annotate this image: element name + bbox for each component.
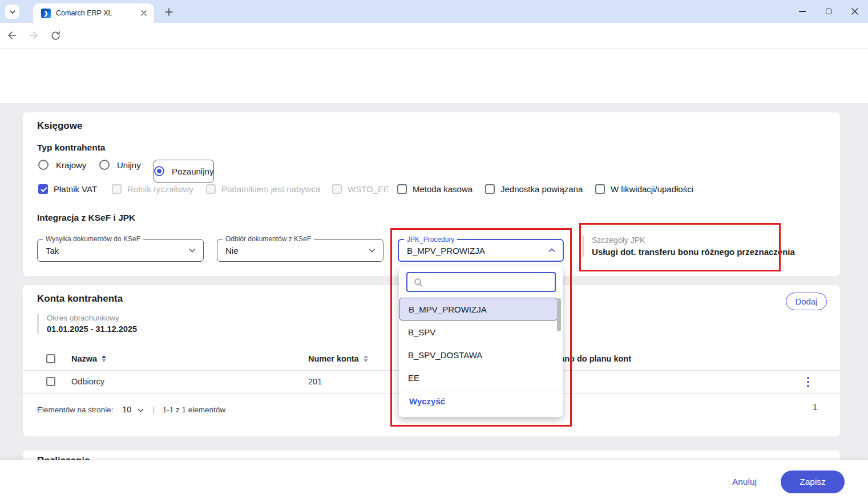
jpk-dropdown-panel: B_MPV_PROWIZJA B_SPV B_SPV_DOSTAWA EE Wy…: [399, 266, 563, 417]
checkbox-icon: [38, 184, 48, 194]
pagination-separator: |: [152, 405, 155, 414]
dodaj-button[interactable]: Dodaj: [786, 293, 827, 310]
field-value: Nie: [225, 246, 239, 255]
checkbox-label: Metoda kasowa: [413, 184, 473, 194]
checkbox-rolnik-ryczaltowy: Rolnik ryczałtowy: [112, 184, 193, 194]
plus-icon: [165, 8, 173, 16]
row-actions-kebab-icon[interactable]: [804, 376, 813, 388]
divider: [399, 391, 563, 391]
per-page-select[interactable]: 10: [123, 405, 132, 414]
new-tab-button[interactable]: [163, 6, 175, 18]
tab-search-button[interactable]: [5, 5, 19, 19]
field-label: JPK_Procedury: [404, 236, 457, 244]
szczegoly-jpk-block: Szczegóły JPK Usługi dot. transferu bonu…: [582, 236, 795, 257]
checkbox-label: Rolnik ryczałtowy: [127, 184, 193, 194]
column-header-numer-konta[interactable]: Numer konta: [308, 354, 368, 363]
screen: ❯ Comarch ERP XL localh: [0, 0, 868, 503]
integracja-title: Integracja z KSeF i JPK: [37, 213, 135, 223]
select-odbior-ksef[interactable]: Odbiór dokumentów z KSeF Nie: [217, 239, 383, 262]
checkbox-icon: [397, 184, 407, 194]
maximize-icon: [826, 9, 831, 14]
zapisz-button[interactable]: Zapisz: [781, 470, 845, 493]
browser-forward-button[interactable]: [24, 26, 43, 45]
browser-reload-button[interactable]: [46, 26, 65, 45]
reload-icon: [50, 30, 61, 41]
checkbox-podatnikiem-jest-nabywca: Podatnikiem jest nabywca: [206, 184, 320, 194]
field-label: Wysyłka dokumentów do KSeF: [43, 235, 143, 243]
pagination-bar: Elementów na stronie: 10 | 1-1 z 1 eleme…: [37, 401, 225, 418]
checkbox-wsto-ee: WSTO_EE: [332, 184, 389, 194]
section-title-ksiegowe: Księgowe: [37, 120, 82, 132]
browser-back-button[interactable]: [2, 26, 22, 45]
browser-toolbar: localhost:8000/customers/list(modal:cust…: [0, 23, 868, 48]
window-maximize-button[interactable]: [815, 0, 842, 23]
field-value: Tak: [46, 246, 59, 255]
column-header-nazwa[interactable]: Nazwa: [71, 354, 106, 363]
anuluj-button[interactable]: Anuluj: [732, 477, 757, 487]
radio-krajowy[interactable]: Krajowy: [38, 160, 86, 170]
radio-circle-icon: [154, 166, 164, 176]
checkbox-label: Jednostka powiązana: [500, 184, 583, 194]
radio-circle-icon: [99, 160, 110, 170]
radio-pozaunijny[interactable]: Pozaunijny: [154, 160, 214, 182]
tab-close-icon[interactable]: [139, 9, 148, 18]
select-wysylka-ksef[interactable]: Wysyłka dokumentów do KSeF Tak: [37, 239, 204, 262]
cell-numer-konta: 201: [308, 377, 322, 386]
szczegoly-jpk-label: Szczegóły JPK: [592, 236, 795, 245]
close-icon: [851, 8, 858, 15]
form-footer: Anuluj Zapisz: [0, 460, 868, 503]
pagination-range: 1-1 z 1 elementów: [163, 405, 225, 414]
site-favicon-icon: ❯: [41, 9, 51, 18]
jpk-option-b-spv[interactable]: B_SPV: [399, 321, 558, 343]
radio-label: Pozaunijny: [172, 167, 213, 176]
checkbox-icon: [485, 184, 495, 194]
checkbox-metoda-kasowa[interactable]: Metoda kasowa: [397, 184, 473, 194]
wyczysc-button[interactable]: Wyczyść: [409, 396, 445, 406]
jpk-search-input[interactable]: [406, 272, 556, 292]
checkbox-icon: [595, 184, 605, 194]
okres-value: 01.01.2025 - 31.12.2025: [47, 324, 137, 334]
back-arrow-icon: [6, 30, 18, 41]
browser-tab[interactable]: ❯ Comarch ERP XL: [33, 3, 154, 23]
radio-label: Unijny: [117, 160, 141, 170]
checkbox-jednostka-powiazana[interactable]: Jednostka powiązana: [485, 184, 583, 194]
checkbox-w-likwidacji-upadlosci[interactable]: W likwidacji/upadłości: [595, 184, 693, 194]
sort-icon[interactable]: [102, 355, 106, 362]
typ-kontrahenta-label: Typ kontrahenta: [37, 143, 105, 153]
chevron-up-icon: [548, 246, 556, 254]
jpk-option-b-spv-dostawa[interactable]: B_SPV_DOSTAWA: [399, 343, 558, 366]
field-value: B_MPV_PROWIZJA: [407, 246, 485, 255]
checkbox-platnik-vat[interactable]: Płatnik VAT: [38, 184, 97, 194]
search-icon: [413, 277, 423, 287]
browser-tab-strip: ❯ Comarch ERP XL: [0, 0, 868, 23]
minimize-icon: [799, 11, 806, 12]
checkbox-icon: [332, 184, 342, 194]
okres-obrachunkowy-block: Okres obrachunkowy 01.01.2025 - 31.12.20…: [37, 314, 137, 334]
szczegoly-jpk-value: Usługi dot. transferu bonu różnego przez…: [592, 247, 795, 257]
row-checkbox[interactable]: [46, 377, 55, 386]
sort-icon[interactable]: [364, 355, 368, 362]
chevron-down-icon: [188, 246, 196, 254]
chevron-down-icon: [368, 246, 376, 254]
select-all-checkbox[interactable]: [46, 354, 55, 363]
cell-nazwa: Odbiorcy: [71, 377, 104, 386]
checkbox-label: Podatnikiem jest nabywca: [221, 184, 320, 194]
chevron-down-icon: [9, 9, 16, 15]
radio-unijny[interactable]: Unijny: [99, 160, 141, 170]
checkbox-label: Płatnik VAT: [54, 184, 97, 194]
tab-title: Comarch ERP XL: [56, 9, 139, 17]
window-close-button[interactable]: [842, 0, 868, 23]
window-minimize-button[interactable]: [789, 0, 815, 23]
page-number[interactable]: 1: [813, 403, 817, 412]
ksiegowe-card: Księgowe Typ kontrahenta Krajowy Unijny …: [23, 112, 840, 276]
select-jpk-procedury[interactable]: JPK_Procedury B_MPV_PROWIZJA: [398, 239, 564, 262]
chevron-down-icon[interactable]: [137, 407, 144, 414]
per-page-label: Elementów na stronie:: [37, 405, 114, 414]
dropdown-scrollbar[interactable]: [557, 298, 561, 331]
section-title-konta: Konta kontrahenta: [37, 293, 123, 305]
jpk-option-ee[interactable]: EE: [399, 366, 558, 389]
radio-circle-icon: [38, 160, 49, 170]
checkbox-icon: [112, 184, 122, 194]
jpk-option-b-mpv-prowizja[interactable]: B_MPV_PROWIZJA: [399, 298, 558, 321]
checkbox-label: WSTO_EE: [348, 184, 389, 194]
